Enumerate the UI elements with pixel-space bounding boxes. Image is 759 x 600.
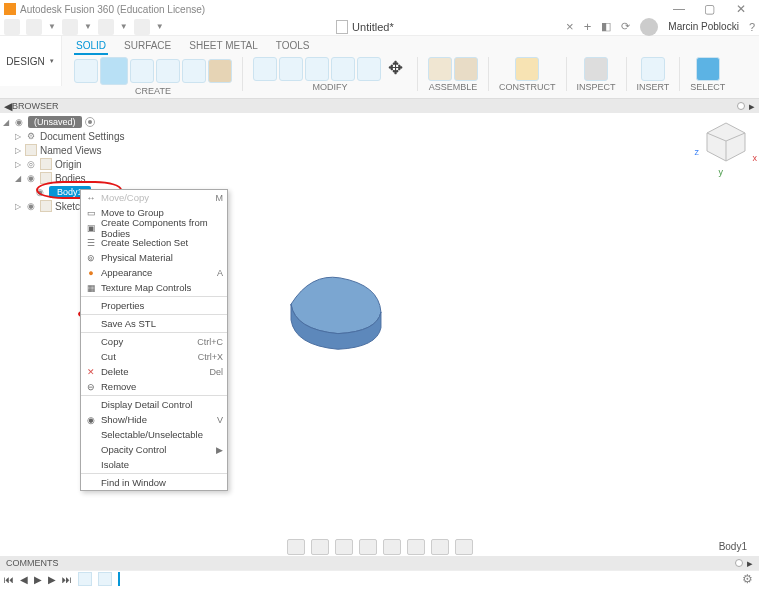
menu-create-components[interactable]: ▣Create Components from Bodies <box>81 220 227 235</box>
folder-icon <box>40 200 52 212</box>
group-label-insert: INSERT <box>637 82 670 92</box>
menu-save-as-stl[interactable]: Save As STL <box>81 316 227 331</box>
group-label-inspect: INSPECT <box>577 82 616 92</box>
menu-show-hide[interactable]: ◉Show/HideV <box>81 412 227 427</box>
press-pull-tool-icon[interactable] <box>253 57 277 81</box>
menu-remove[interactable]: ⊖Remove <box>81 379 227 394</box>
expand-icon[interactable]: ◢ <box>2 118 10 127</box>
active-component-icon[interactable] <box>85 117 95 127</box>
data-panel-icon[interactable] <box>26 19 42 35</box>
visibility-icon[interactable]: ◉ <box>13 116 25 128</box>
visibility-icon[interactable]: ◉ <box>25 200 37 212</box>
redo-icon[interactable] <box>134 19 150 35</box>
menu-selectable[interactable]: Selectable/Unselectable <box>81 427 227 442</box>
zoom-icon[interactable] <box>335 539 353 555</box>
menu-find-in-window[interactable]: Find in Window <box>81 475 227 490</box>
menu-texture-map[interactable]: ▦Texture Map Controls <box>81 280 227 295</box>
browser-pin-icon[interactable] <box>737 102 745 110</box>
menu-create-selection-set[interactable]: ☰Create Selection Set <box>81 235 227 250</box>
timeline-feature-extrude[interactable] <box>98 572 112 586</box>
visibility-icon[interactable]: ◉ <box>34 186 46 198</box>
menu-cut[interactable]: CutCtrl+X <box>81 349 227 364</box>
visibility-icon[interactable]: ◎ <box>25 158 37 170</box>
extrude-tool-icon[interactable] <box>100 57 128 85</box>
split-tool-icon[interactable] <box>357 57 381 81</box>
browser-header[interactable]: ◀ BROWSER ▸ <box>0 99 759 113</box>
minimize-button[interactable]: — <box>665 2 693 16</box>
revolve-tool-icon[interactable] <box>130 59 154 83</box>
timeline-marker[interactable] <box>118 572 120 586</box>
tree-bodies[interactable]: Bodies <box>55 173 86 184</box>
menu-delete[interactable]: ✕DeleteDel <box>81 364 227 379</box>
tab-solid[interactable]: SOLID <box>74 38 108 55</box>
job-status-icon[interactable]: ⟳ <box>621 20 630 33</box>
menu-properties[interactable]: Properties <box>81 298 227 313</box>
texture-icon: ▦ <box>85 282 97 294</box>
app-menu-icon[interactable] <box>4 19 20 35</box>
menu-physical-material[interactable]: ⊚Physical Material <box>81 250 227 265</box>
document-tab[interactable]: Untitled* <box>336 20 394 34</box>
timeline-end-button[interactable]: ⏭ <box>62 574 72 585</box>
timeline-settings-icon[interactable]: ⚙ <box>742 572 753 586</box>
document-icon <box>336 20 348 34</box>
sketch-tool-icon[interactable] <box>74 59 98 83</box>
fit-icon[interactable] <box>359 539 377 555</box>
app-logo-icon <box>4 3 16 15</box>
close-button[interactable]: ✕ <box>727 2 755 16</box>
tree-origin[interactable]: Origin <box>55 159 82 170</box>
move-tool-icon[interactable]: ✥ <box>383 57 407 81</box>
menu-display-detail[interactable]: Display Detail Control <box>81 397 227 412</box>
inspect-tool-icon[interactable] <box>584 57 608 81</box>
orbit-icon[interactable] <box>287 539 305 555</box>
menu-appearance[interactable]: ●AppearanceA <box>81 265 227 280</box>
comments-bar[interactable]: COMMENTS ▸ <box>0 556 759 570</box>
timeline-next-button[interactable]: ▶ <box>48 574 56 585</box>
comments-label: COMMENTS <box>6 558 735 568</box>
timeline-feature-sketch[interactable] <box>78 572 92 586</box>
timeline-play-button[interactable]: ▶ <box>34 574 42 585</box>
shell-tool-icon[interactable] <box>305 57 329 81</box>
tab-tools[interactable]: TOOLS <box>274 38 312 55</box>
sweep-tool-icon[interactable] <box>156 59 180 83</box>
save-icon[interactable] <box>62 19 78 35</box>
menu-opacity[interactable]: Opacity Control▶ <box>81 442 227 457</box>
look-at-icon[interactable] <box>383 539 401 555</box>
fillet-tool-icon[interactable] <box>279 57 303 81</box>
display-settings-icon[interactable] <box>407 539 425 555</box>
tree-document-settings[interactable]: Document Settings <box>40 131 125 142</box>
tab-sheet-metal[interactable]: SHEET METAL <box>187 38 260 55</box>
timeline-prev-button[interactable]: ◀ <box>20 574 28 585</box>
pan-icon[interactable] <box>311 539 329 555</box>
close-tab-button[interactable]: × <box>566 19 574 34</box>
maximize-button[interactable]: ▢ <box>696 2 724 16</box>
help-icon[interactable]: ? <box>749 21 755 33</box>
visibility-icon[interactable]: ◉ <box>25 172 37 184</box>
combine-tool-icon[interactable] <box>331 57 355 81</box>
joint-tool-icon[interactable] <box>428 57 452 81</box>
menu-isolate[interactable]: Isolate <box>81 457 227 472</box>
tab-surface[interactable]: SURFACE <box>122 38 173 55</box>
construct-tool-icon[interactable] <box>515 57 539 81</box>
undo-icon[interactable] <box>98 19 114 35</box>
rigid-tool-icon[interactable] <box>454 57 478 81</box>
axis-y-label: y <box>719 167 724 177</box>
comments-pin-icon[interactable] <box>735 559 743 567</box>
user-name: Marcin Poblocki <box>668 21 739 32</box>
view-cube[interactable] <box>703 119 749 165</box>
grid-icon[interactable] <box>431 539 449 555</box>
model-body[interactable] <box>280 273 390 361</box>
root-node[interactable]: (Unsaved) <box>28 116 82 128</box>
menu-copy[interactable]: CopyCtrl+C <box>81 334 227 349</box>
insert-tool-icon[interactable] <box>641 57 665 81</box>
user-avatar-icon[interactable] <box>640 18 658 36</box>
timeline-start-button[interactable]: ⏮ <box>4 574 14 585</box>
box-tool-icon[interactable] <box>208 59 232 83</box>
select-tool-icon[interactable] <box>696 57 720 81</box>
new-tab-button[interactable]: + <box>584 19 592 34</box>
loft-tool-icon[interactable] <box>182 59 206 83</box>
tree-named-views[interactable]: Named Views <box>40 145 102 156</box>
extensions-icon[interactable]: ◧ <box>601 20 611 33</box>
menu-move-copy[interactable]: ↔Move/CopyM <box>81 190 227 205</box>
workspace-switcher[interactable]: DESIGN <box>0 36 62 86</box>
viewport-icon[interactable] <box>455 539 473 555</box>
